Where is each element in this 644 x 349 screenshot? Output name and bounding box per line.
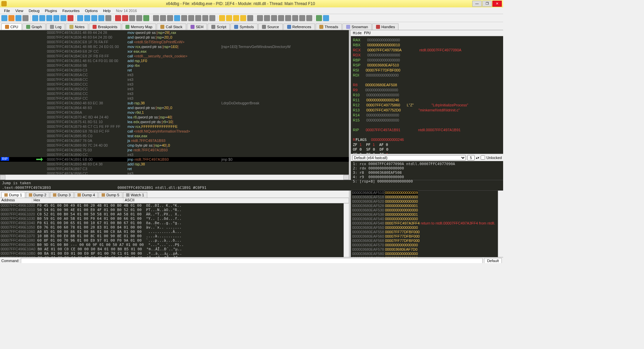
stack-body[interactable]: 000003680EAF510 0000000000000009 0000036… (351, 191, 498, 257)
toolbar-button-20[interactable] (153, 15, 159, 21)
toolbar-button-2[interactable] (15, 15, 21, 21)
tab-breakpoints[interactable]: Breakpoints (89, 23, 121, 30)
toolbar-button-42[interactable] (316, 15, 322, 21)
argcount-input[interactable] (467, 155, 475, 160)
toolbar-button-9[interactable] (67, 15, 73, 21)
scroll-right-icon[interactable]: › (343, 175, 349, 180)
toolbar-button-29[interactable] (219, 15, 225, 21)
toolbar-button-43[interactable] (323, 15, 329, 21)
disasm-row[interactable]: 00007FFC497A1B8980 7C 24 40 00cmp byte p… (0, 143, 349, 148)
disasm-row[interactable]: 00007FFC497A1B5FCCint3 (0, 96, 349, 101)
toolbar-button-15[interactable] (115, 15, 121, 21)
dumptab-dump-1[interactable]: Dump 1 (1, 192, 25, 198)
toolbar-button-36[interactable] (271, 15, 277, 21)
toolbar-button-6[interactable] (46, 15, 52, 21)
toolbar-button-38[interactable] (285, 15, 291, 21)
toolbar-button-32[interactable] (240, 15, 246, 21)
menu-favourites[interactable]: Favourites (60, 8, 82, 13)
dump-col-address[interactable]: Address (0, 198, 32, 203)
disasm-row[interactable]: 00007FFC497A1B8778 0Ajs ntdll.7FFC497A1B… (0, 138, 349, 143)
tab-graph[interactable]: Graph (22, 23, 46, 30)
toolbar-button-30[interactable] (226, 15, 232, 21)
close-button[interactable]: ✕ (492, 1, 502, 7)
registers-body[interactable]: RAX 0000000000000000 RBX 000000000000001… (351, 36, 503, 154)
dumptab-dump-5[interactable]: Dump 5 (99, 192, 122, 198)
toolbar-button-23[interactable] (174, 15, 180, 21)
minimize-button[interactable]: — (472, 1, 482, 7)
disasm-row[interactable]: 00007FFC497A1B5BCCint3 (0, 77, 349, 82)
menu-help[interactable]: Help (100, 8, 113, 13)
tab-seh[interactable]: SEH (187, 23, 207, 30)
disasm-row[interactable]: 00007FFC497A1B3CE8 1F 76 FA FFcall <ntdl… (0, 40, 349, 44)
spin-icon[interactable]: ▴▾ (476, 156, 479, 159)
tab-references[interactable]: References (283, 23, 315, 30)
disasm-row[interactable]: 00007FFC497A1B4CE8 2F FB F8 FFcall <ntdl… (0, 54, 349, 58)
stack-vscrollbar[interactable] (498, 191, 503, 257)
toolbar-button-34[interactable] (257, 15, 263, 21)
disasm-row[interactable]: 00007FFC497A1B8E75 03jne ntdll.7FFC497A1… (0, 148, 349, 152)
tab-handles[interactable]: Handles (372, 23, 398, 30)
toolbar-button-1[interactable] (8, 15, 14, 21)
toolbar-button-35[interactable] (264, 15, 270, 21)
disasm-row[interactable]: 00007FFC497A1B7541 8D 51 10lea edx,qword… (0, 119, 349, 124)
disasm-row[interactable]: 00007FFC497A1B8585 C0test eax,eax (0, 134, 349, 138)
disasm-row[interactable]: 00007FFC497A1B9348 83 C4 38add rsp,38 (0, 162, 349, 166)
tab-cpu[interactable]: CPU (1, 23, 22, 30)
disasm-row[interactable]: 00007FFC497A1B91EB 00jmp ntdll.7FFC497A1… (0, 157, 349, 162)
tab-snowman[interactable]: Snowman (342, 23, 372, 30)
toolbar-button-8[interactable] (60, 15, 66, 21)
toolbar-button-26[interactable] (195, 15, 201, 21)
menu-view[interactable]: View (13, 8, 26, 13)
dump-col-hex[interactable]: Hex (32, 198, 123, 203)
toolbar-button-17[interactable] (129, 15, 135, 21)
toolbar-button-27[interactable] (202, 15, 208, 21)
unlocked-checkbox[interactable] (481, 155, 485, 160)
tab-notes[interactable]: Notes (66, 23, 88, 30)
toolbar-button-10[interactable] (77, 15, 83, 21)
toolbar-button-28[interactable] (209, 15, 215, 21)
disasm-row[interactable]: 00007FFC497A1B5DCCint3 (0, 87, 349, 91)
toolbar-button-33[interactable] (247, 15, 253, 21)
disasm-row[interactable]: 00007FFC497A1B3648 83 64 24 20 00and qwo… (0, 35, 349, 40)
tab-symbols[interactable]: Symbols (230, 23, 257, 30)
toolbar-button-19[interactable] (143, 15, 149, 21)
registers-header[interactable]: Hide FPU (351, 30, 503, 36)
disasm-row[interactable]: 00007FFC497A1B5ACCint3 (0, 72, 349, 77)
command-default-button[interactable]: Default (484, 258, 502, 263)
toolbar-button-18[interactable] (136, 15, 142, 21)
scroll-left-icon[interactable]: ‹ (0, 175, 5, 180)
menu-debug[interactable]: Debug (26, 8, 42, 13)
disasm-row[interactable]: 00007FFC497A1B3148 89 44 24 28mov qword … (0, 30, 349, 35)
toolbar-button-25[interactable] (188, 15, 194, 21)
menu-file[interactable]: File (1, 8, 13, 13)
toolbar-button-24[interactable] (181, 15, 187, 21)
toolbar-button-4[interactable] (32, 15, 38, 21)
toolbar-button-14[interactable] (105, 15, 111, 21)
toolbar-button-5[interactable] (39, 15, 45, 21)
disasm-row[interactable]: 00007FFC497A1B7948 C7 C1 FE FF FF FFmov … (0, 124, 349, 129)
menu-options[interactable]: Options (82, 8, 100, 13)
toolbar-button-7[interactable] (53, 15, 59, 21)
dump-body[interactable]: 00007FFC496E1000 F0 45 01 00 D0 49 01 00… (0, 203, 343, 257)
disasm-row[interactable]: 00007FFC497A1B5ECCint3 (0, 91, 349, 96)
disassembly-panel[interactable]: 00007FFC497A1B3148 89 44 24 28mov qword … (0, 30, 349, 180)
disasm-hscrollbar[interactable]: ‹ › (0, 174, 349, 180)
dumptab-dump-3[interactable]: Dump 3 (50, 192, 74, 198)
disasm-row[interactable]: 00007FFC497A1B6048 83 EC 38sub rsp,38Ldr… (0, 101, 349, 105)
dumptab-watch-1[interactable]: Watch 1 (123, 192, 147, 198)
tab-threads[interactable]: Threads (316, 23, 342, 30)
disasm-row[interactable]: 00007FFC497A1B6Amov r9d,1 (0, 110, 349, 115)
menu-plugins[interactable]: Plugins (42, 8, 60, 13)
callconv-select[interactable]: Default (x64 fastcall) (352, 155, 466, 160)
disasm-row[interactable]: 00007FFC497A1B585Bpop rbx (0, 63, 349, 68)
tab-source[interactable]: Source (258, 23, 283, 30)
disasm-row[interactable]: 00007FFC497A1B80E8 7B E0 FC FFcall <ntdl… (0, 129, 349, 134)
toolbar-button-39[interactable] (292, 15, 298, 21)
disasm-row[interactable]: 00007FFC497A1B49E8 2F CCxor eax,eax (0, 49, 349, 54)
command-input[interactable] (21, 258, 483, 263)
args-panel[interactable]: 1: rcx 00007FFC4977090A ntdll.00007FFC49… (351, 161, 503, 180)
disasm-row[interactable]: 00007FFC497A1B97C3ret (0, 166, 349, 171)
tab-call-stack[interactable]: Call Stack (157, 23, 186, 30)
toolbar-button-37[interactable] (278, 15, 284, 21)
disasm-row[interactable]: 00007FFC497A1B5CCCint3 (0, 82, 349, 87)
